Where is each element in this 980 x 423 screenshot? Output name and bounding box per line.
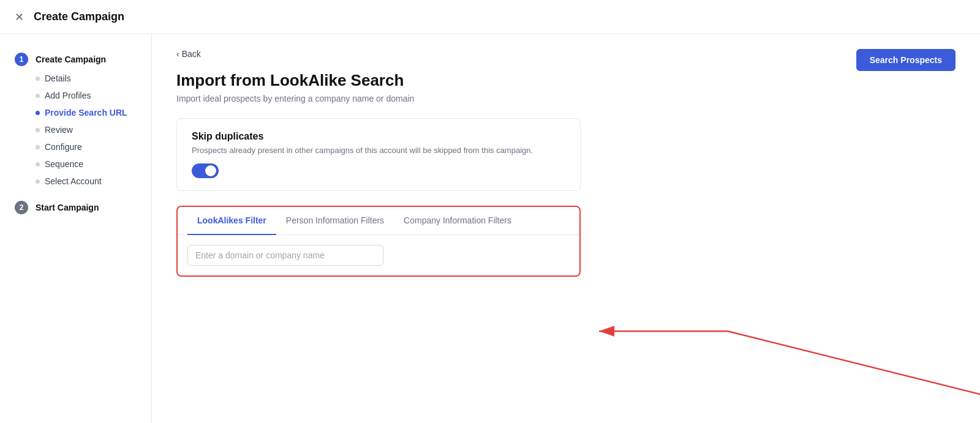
dot-icon [36, 94, 40, 98]
dot-icon [36, 179, 40, 184]
tab-lookalikes-filter[interactable]: LookAlikes Filter [187, 207, 276, 235]
back-chevron-icon: ‹ [176, 49, 179, 59]
step1-header: 1 Create Campaign [0, 49, 151, 70]
back-link[interactable]: ‹ Back [176, 49, 956, 59]
tab-company-information-filters[interactable]: Company Information Filters [394, 207, 521, 235]
dot-icon [36, 111, 40, 115]
header: ✕ Create Campaign [0, 0, 980, 34]
filter-box: LookAlikes Filter Person Information Fil… [176, 206, 581, 277]
sidebar-item-configure[interactable]: Configure [0, 138, 151, 155]
dot-icon [36, 145, 40, 149]
sidebar-item-sequence[interactable]: Sequence [0, 155, 151, 173]
close-icon[interactable]: ✕ [15, 12, 24, 23]
step1-section: 1 Create Campaign Details Add Profiles P… [0, 49, 151, 190]
sidebar-item-label: Details [45, 73, 71, 83]
page-title: Import from LookAlike Search [176, 71, 956, 90]
toggle-thumb [205, 165, 216, 176]
step2-badge: 2 [15, 201, 28, 214]
step1-label: Create Campaign [36, 54, 106, 64]
page-subtitle: Import ideal prospects by entering a com… [176, 94, 956, 103]
sidebar-item-label: Provide Search URL [45, 108, 127, 118]
svg-line-2 [728, 331, 980, 417]
main-layout: 1 Create Campaign Details Add Profiles P… [0, 34, 980, 423]
sidebar-item-label: Configure [45, 142, 82, 152]
sidebar-item-label: Select Account [45, 176, 102, 186]
filter-tabs: LookAlikes Filter Person Information Fil… [178, 207, 579, 235]
sidebar-item-details[interactable]: Details [0, 70, 151, 87]
search-prospects-button[interactable]: Search Prospects [856, 49, 956, 71]
sidebar-item-select-account[interactable]: Select Account [0, 173, 151, 190]
skip-duplicates-desc: Prospects already present in other campa… [192, 146, 565, 155]
step2-label: Start Campaign [36, 203, 99, 212]
sidebar-item-label: Review [45, 125, 73, 135]
step1-badge: 1 [15, 53, 28, 66]
sidebar-item-review[interactable]: Review [0, 121, 151, 138]
sidebar-item-label: Sequence [45, 159, 83, 169]
filter-input-area [178, 235, 579, 275]
header-title: Create Campaign [34, 10, 124, 23]
sidebar-item-label: Add Profiles [45, 91, 91, 100]
step2-header: 2 Start Campaign [0, 197, 151, 218]
annotation-arrow [581, 242, 980, 423]
skip-duplicates-title: Skip duplicates [192, 131, 565, 142]
sidebar-item-add-profiles[interactable]: Add Profiles [0, 87, 151, 104]
sidebar-item-provide-search-url[interactable]: Provide Search URL [0, 104, 151, 121]
back-label: Back [182, 49, 201, 59]
main-content: Search Prospects ‹ Back Import from Look… [152, 34, 980, 423]
dot-icon [36, 77, 40, 81]
sidebar: 1 Create Campaign Details Add Profiles P… [0, 34, 152, 423]
skip-duplicates-toggle[interactable] [192, 163, 219, 178]
domain-input[interactable] [187, 245, 383, 266]
dot-icon [36, 162, 40, 167]
dot-icon [36, 128, 40, 132]
tab-person-information-filters[interactable]: Person Information Filters [276, 207, 394, 235]
skip-duplicates-card: Skip duplicates Prospects already presen… [176, 118, 581, 191]
